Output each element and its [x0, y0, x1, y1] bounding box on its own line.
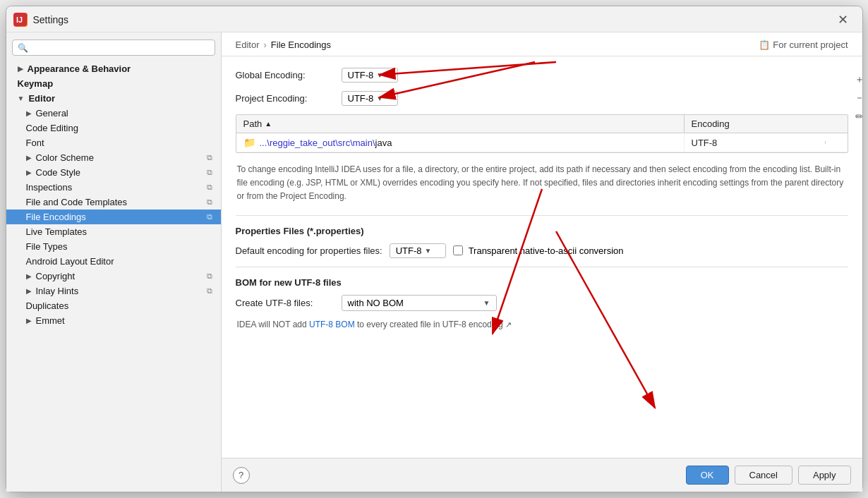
- path-column-header[interactable]: Path ▲: [236, 115, 684, 133]
- bom-info: IDEA will NOT add UTF-8 BOM to every cre…: [236, 320, 848, 329]
- sort-arrow: ▲: [265, 120, 272, 128]
- path-cell: 📁 ...\reggie_take_out\src\main\java: [236, 133, 684, 152]
- copy-icon: ⧉: [207, 153, 212, 162]
- breadcrumb-separator: ›: [263, 40, 266, 50]
- path-text: ...\reggie_take_out\src\main\java: [260, 138, 392, 148]
- bom-info-text2: to every created file in UTF-8 encoding: [357, 320, 503, 329]
- for-current-project-link[interactable]: 📋 For current project: [759, 40, 848, 50]
- edit-path-button[interactable]: ✏: [851, 108, 862, 125]
- cancel-button[interactable]: Cancel: [735, 466, 792, 485]
- table-row[interactable]: 📁 ...\reggie_take_out\src\main\java UTF-…: [236, 133, 848, 152]
- sidebar-item-label: Editor: [28, 93, 55, 104]
- sidebar-item-inspections[interactable]: Inspections ⧉: [6, 180, 221, 195]
- transparent-conversion-row: Transparent native-to-ascii conversion: [453, 245, 624, 256]
- project-encoding-label: Project Encoding:: [236, 93, 334, 104]
- sidebar-item-label: File and Code Templates: [26, 197, 128, 207]
- sidebar-item-label: Android Layout Editor: [26, 256, 114, 267]
- encoding-table: Path ▲ Encoding 📁: [236, 114, 848, 153]
- dialog-title: Settings: [33, 14, 69, 25]
- create-utf8-value: with NO BOM: [348, 298, 404, 308]
- sidebar-item-color-scheme[interactable]: ▶ Color Scheme ⧉: [6, 150, 221, 165]
- sidebar-item-label: File Types: [26, 241, 68, 252]
- app-icon: IJ: [13, 13, 28, 27]
- sidebar-item-code-style[interactable]: ▶ Code Style ⧉: [6, 165, 221, 180]
- global-encoding-dropdown[interactable]: UTF-8 ▼: [342, 68, 398, 83]
- expand-arrow: ▶: [18, 65, 23, 73]
- project-icon: 📋: [759, 40, 770, 50]
- sidebar-item-inlay-hints[interactable]: ▶ Inlay Hints ⧉: [6, 284, 221, 298]
- for-project-label: For current project: [773, 40, 848, 50]
- sidebar-item-file-code-templates[interactable]: File and Code Templates ⧉: [6, 195, 221, 209]
- sidebar-item-file-encodings[interactable]: File Encodings ⧉: [6, 209, 221, 224]
- global-encoding-value: UTF-8: [348, 70, 374, 80]
- expand-arrow: ▶: [26, 169, 32, 176]
- svg-text:IJ: IJ: [16, 16, 23, 24]
- sidebar-item-label: Inspections: [26, 182, 73, 193]
- table-header: Path ▲ Encoding: [236, 115, 848, 133]
- content-area: Global Encoding: UTF-8 ▼ Project Encodin…: [222, 56, 862, 458]
- search-box[interactable]: 🔍: [12, 40, 215, 56]
- create-utf8-dropdown[interactable]: with NO BOM ▼: [342, 295, 497, 311]
- sidebar-item-copyright[interactable]: ▶ Copyright ⧉: [6, 269, 221, 284]
- action-buttons: OK Cancel Apply: [686, 466, 851, 485]
- properties-section-title: Properties Files (*.properties): [236, 226, 848, 236]
- project-encoding-value: UTF-8: [348, 93, 374, 104]
- sidebar-item-editor[interactable]: ▼ Editor: [6, 91, 221, 106]
- dropdown-arrow: ▼: [483, 299, 490, 307]
- remove-path-button[interactable]: －: [851, 90, 862, 107]
- dropdown-arrow: ▼: [424, 247, 431, 255]
- add-path-button[interactable]: ＋: [851, 71, 862, 88]
- sidebar-item-code-editing[interactable]: Code Editing: [6, 121, 221, 135]
- sidebar-item-label: Appearance & Behavior: [28, 63, 131, 74]
- props-encoding-value: UTF-8: [396, 245, 422, 256]
- expand-arrow: ▶: [26, 272, 32, 280]
- encoding-column-header: Encoding: [684, 115, 825, 133]
- sidebar-item-appearance[interactable]: ▶ Appearance & Behavior: [6, 61, 221, 76]
- expand-arrow: ▶: [26, 317, 32, 324]
- sidebar-item-label: Inlay Hints: [36, 286, 79, 296]
- close-button[interactable]: ✕: [833, 12, 852, 28]
- expand-arrow: ▼: [18, 95, 25, 102]
- search-icon: 🔍: [18, 43, 28, 53]
- sidebar-item-duplicates[interactable]: Duplicates: [6, 298, 221, 313]
- bom-info-link[interactable]: UTF-8 BOM: [309, 320, 355, 329]
- transparent-checkbox[interactable]: [453, 245, 463, 255]
- sidebar-item-label: Live Templates: [26, 226, 87, 237]
- sidebar-item-android-layout[interactable]: Android Layout Editor: [6, 254, 221, 269]
- dropdown-arrow: ▼: [376, 71, 383, 79]
- bom-section-title: BOM for new UTF-8 files: [236, 277, 848, 288]
- sidebar-item-font[interactable]: Font: [6, 135, 221, 150]
- props-encoding-label: Default encoding for properties files:: [236, 245, 382, 256]
- info-text: To change encoding IntelliJ IDEA uses fo…: [236, 163, 848, 204]
- sidebar-item-label: Color Scheme: [36, 152, 94, 163]
- sidebar-item-live-templates[interactable]: Live Templates: [6, 224, 221, 239]
- sidebar-item-file-types[interactable]: File Types: [6, 239, 221, 254]
- sidebar-item-emmet[interactable]: ▶ Emmet: [6, 313, 221, 328]
- sidebar-item-keymap[interactable]: Keymap: [6, 76, 221, 91]
- main-content: Editor › File Encodings 📋 For current pr…: [222, 32, 862, 492]
- sidebar-item-label: Code Editing: [26, 123, 78, 133]
- bom-info-text: IDEA will NOT add: [237, 320, 307, 329]
- ok-button[interactable]: OK: [686, 466, 729, 485]
- sidebar-item-general[interactable]: ▶ General: [6, 106, 221, 121]
- props-encoding-row: Default encoding for properties files: U…: [236, 243, 848, 258]
- apply-button[interactable]: Apply: [798, 466, 851, 485]
- sidebar-item-label: Font: [26, 138, 44, 148]
- sidebar-item-label: Duplicates: [26, 300, 69, 311]
- copy-icon: ⧉: [207, 286, 212, 296]
- help-button[interactable]: ?: [233, 467, 250, 484]
- breadcrumb: Editor › File Encodings 📋 For current pr…: [222, 32, 862, 56]
- table-side-buttons: [825, 141, 848, 144]
- global-encoding-label: Global Encoding:: [236, 70, 334, 80]
- copy-icon: ⧉: [207, 198, 212, 207]
- sidebar-item-label: Keymap: [18, 78, 54, 89]
- copy-icon: ⧉: [207, 272, 212, 281]
- global-encoding-row: Global Encoding: UTF-8 ▼: [236, 68, 848, 83]
- project-encoding-dropdown[interactable]: UTF-8 ▼: [342, 91, 398, 106]
- sidebar-item-label: Copyright: [36, 271, 76, 281]
- search-input[interactable]: [32, 42, 210, 53]
- dropdown-arrow: ▼: [376, 95, 383, 102]
- transparent-label: Transparent native-to-ascii conversion: [469, 245, 624, 256]
- props-encoding-dropdown[interactable]: UTF-8 ▼: [390, 243, 446, 258]
- copy-icon: ⧉: [207, 212, 212, 221]
